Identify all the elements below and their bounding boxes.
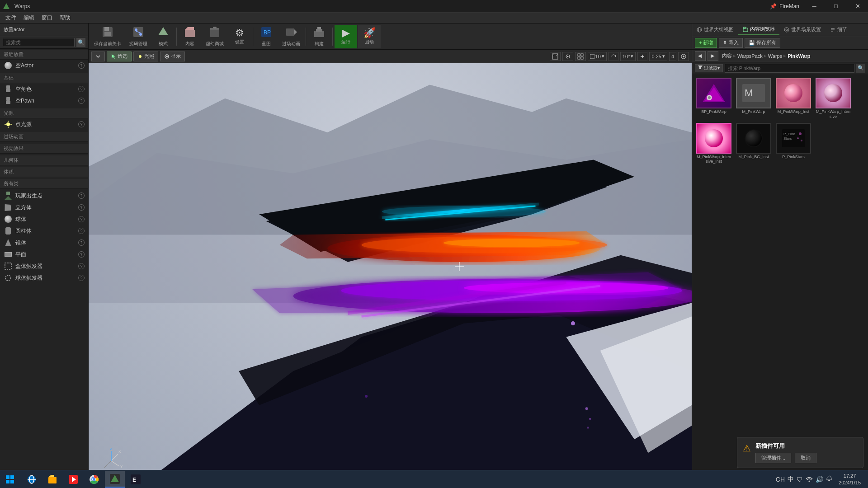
- search-button[interactable]: 🔍: [76, 38, 85, 47]
- save-all-button[interactable]: 💾 保存所有: [745, 38, 780, 48]
- sidebar-item-pawn[interactable]: 空Pawn ?: [0, 95, 88, 107]
- sidebar-item-cylinder[interactable]: 圆柱体 ?: [0, 225, 88, 237]
- sidebar-item-cone[interactable]: 锥体 ?: [0, 237, 88, 249]
- settings-button[interactable]: ⚙ 设置: [228, 25, 251, 48]
- taskbar-ie[interactable]: [22, 471, 42, 488]
- taskbar-ue4[interactable]: [105, 471, 125, 488]
- info-icon-3[interactable]: ?: [78, 98, 85, 104]
- section-label-lights: 光源: [0, 108, 88, 118]
- sidebar-item-plane[interactable]: 平面 ?: [0, 249, 88, 260]
- import-button[interactable]: ⬆ 导入: [719, 38, 742, 48]
- info-icon-6[interactable]: ?: [78, 204, 85, 211]
- sidebar-item-character[interactable]: 空角色 ?: [0, 83, 88, 95]
- content-button[interactable]: 内容: [179, 25, 201, 48]
- sidebar-item-cube[interactable]: 立方体 ?: [0, 202, 88, 213]
- bc-pinkwarp[interactable]: PinkWarp: [788, 53, 810, 59]
- info-icon-5[interactable]: ?: [78, 192, 85, 199]
- menu-edit[interactable]: 编辑: [20, 13, 38, 23]
- bc-content[interactable]: 内容: [722, 52, 732, 59]
- info-icon-11[interactable]: ?: [78, 263, 85, 269]
- launch-button[interactable]: 🚀 启动: [358, 25, 381, 48]
- info-icon-4[interactable]: ?: [78, 121, 85, 127]
- section-label-vfx: 视觉效果: [0, 144, 88, 154]
- cb-search-input[interactable]: [725, 64, 854, 73]
- sidebar-item-actor[interactable]: 空Actor ?: [0, 60, 88, 71]
- minimize-button[interactable]: ─: [804, 0, 825, 13]
- light-btn[interactable]: 光照: [133, 52, 158, 61]
- tray-ime[interactable]: 中: [788, 475, 794, 483]
- svg-point-81: [589, 418, 591, 420]
- tab-world-settings[interactable]: 世界场景设置: [779, 24, 826, 35]
- play-button[interactable]: ▶ 运行: [335, 25, 357, 48]
- start-button[interactable]: [0, 471, 20, 488]
- asset-m-pinkwarp-intensive-inst[interactable]: M_PinkWarp_Intensive_Inst: [696, 123, 732, 164]
- show-btn[interactable]: 显示: [160, 52, 185, 61]
- select-btn[interactable]: 透选: [107, 52, 132, 61]
- tab-content-browser[interactable]: 内容浏览器: [738, 24, 779, 35]
- info-icon-12[interactable]: ?: [78, 275, 85, 281]
- info-icon-10[interactable]: ?: [78, 251, 85, 258]
- sidebar-item-sphere[interactable]: 球体 ?: [0, 213, 88, 225]
- nav-back-button[interactable]: ◀: [695, 51, 706, 61]
- tray-network[interactable]: [806, 475, 813, 483]
- tray-security[interactable]: 🛡: [797, 476, 803, 483]
- tray-lang[interactable]: CH: [776, 476, 785, 483]
- vp-scale-snap[interactable]: 0.25 ▾: [649, 52, 667, 61]
- filter-dropdown-button[interactable]: 过滤器▾: [695, 64, 723, 72]
- tab-world-outliner[interactable]: 世界大纲视图: [692, 24, 738, 35]
- sidebar-item-spawn[interactable]: 玩家出生点 ?: [0, 190, 88, 202]
- sidebar-item-sphere-trigger[interactable]: 球体触发器 ?: [0, 272, 88, 284]
- menu-file[interactable]: 文件: [2, 13, 20, 23]
- info-icon[interactable]: ?: [78, 62, 85, 69]
- vp-grid-size[interactable]: 10 ▾: [588, 52, 607, 61]
- taskbar-chrome[interactable]: [84, 471, 104, 488]
- vp-camera-icon[interactable]: [562, 52, 573, 61]
- viewport-canvas[interactable]: X Y Z 透视: [89, 63, 692, 488]
- nav-forward-button[interactable]: ▶: [708, 51, 718, 61]
- menu-help[interactable]: 帮助: [56, 13, 74, 23]
- taskbar-epic[interactable]: E: [126, 471, 146, 488]
- source-control-button[interactable]: 源码管理: [126, 25, 151, 48]
- modes-button[interactable]: 模式: [152, 25, 175, 48]
- blueprint-button[interactable]: BP 蓝图: [255, 25, 278, 48]
- info-icon-7[interactable]: ?: [78, 216, 85, 222]
- build-button[interactable]: 构建: [308, 25, 330, 48]
- system-clock[interactable]: 17:27 2024/1/15: [835, 473, 864, 486]
- tray-volume[interactable]: 🔊: [816, 476, 823, 483]
- asset-p-pinkstars[interactable]: P_Pink Stars P_PinkStars: [775, 123, 811, 164]
- cb-search-button[interactable]: 🔍: [856, 64, 865, 73]
- bc-warpspack[interactable]: WarpsPack: [737, 53, 763, 59]
- vp-grid-toggle[interactable]: [575, 52, 586, 61]
- marketplace-button[interactable]: 虚幻商城: [202, 25, 227, 48]
- taskbar-media[interactable]: [63, 471, 83, 488]
- maximize-button[interactable]: □: [826, 0, 846, 13]
- sidebar-item-point-light[interactable]: 点光源 ?: [0, 118, 88, 130]
- search-input[interactable]: [3, 38, 75, 47]
- bc-warps[interactable]: Warps: [768, 53, 782, 59]
- vp-num-btn[interactable]: 4: [669, 52, 676, 61]
- svg-text:Stars: Stars: [783, 136, 792, 141]
- tray-notification[interactable]: [826, 475, 832, 483]
- menu-window[interactable]: 窗口: [38, 13, 56, 23]
- taskbar-files[interactable]: [42, 471, 62, 488]
- notification-dismiss-button[interactable]: 取消: [795, 453, 816, 463]
- asset-m-pink-bg-inst[interactable]: M_Pink_BG_Inst: [736, 123, 772, 164]
- cinematics-button[interactable]: 过场动画: [278, 25, 304, 48]
- new-asset-button[interactable]: + 新增: [695, 38, 717, 48]
- save-level-button[interactable]: 保存当前关卡: [90, 25, 125, 48]
- vp-mode-dropdown[interactable]: [91, 52, 105, 61]
- asset-m-pinkwarp-inst[interactable]: M_PinkWarp_Inst: [775, 78, 811, 119]
- info-icon-8[interactable]: ?: [78, 228, 85, 234]
- info-icon-9[interactable]: ?: [78, 239, 85, 246]
- vp-settings-btn[interactable]: [678, 52, 689, 61]
- asset-m-pinkwarp[interactable]: M M_PinkWarp: [736, 78, 772, 119]
- close-button[interactable]: ✕: [847, 0, 868, 13]
- sidebar-item-box-trigger[interactable]: 盒体触发器 ?: [0, 260, 88, 272]
- vp-rotation-snap[interactable]: 10° ▾: [620, 52, 636, 61]
- notification-manage-button[interactable]: 管理插件...: [755, 453, 791, 463]
- tab-details[interactable]: 细节: [826, 24, 852, 35]
- info-icon-2[interactable]: ?: [78, 86, 85, 92]
- vp-perspective-icon[interactable]: [550, 52, 561, 61]
- asset-m-pinkwarp-intensive[interactable]: M_PinkWarp_Intensive: [815, 78, 851, 119]
- asset-bp-pinkwarp[interactable]: BP_PinkWarp: [696, 78, 732, 119]
